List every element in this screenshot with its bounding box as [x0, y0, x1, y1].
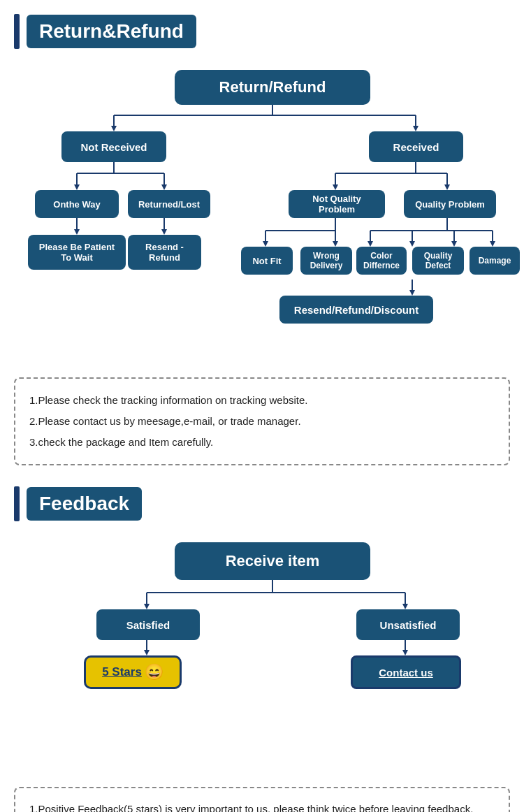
- fb-info-line1: 1.Positive Feedback(5 stars) is very imp…: [29, 799, 495, 812]
- svg-marker-15: [74, 229, 80, 235]
- onthe-way-node: Onthe Way: [35, 190, 119, 218]
- return-refund-info-box: 1.Please check the tracking information …: [14, 377, 510, 465]
- quality-defect-node: Quality Defect: [412, 247, 464, 275]
- feedback-section: Feedback Receive item Satisfied: [14, 486, 510, 812]
- not-fit-node: Not Fit: [241, 247, 293, 275]
- return-refund-header: Return&Refund: [14, 14, 510, 49]
- svg-marker-3: [111, 126, 117, 131]
- svg-marker-28: [263, 241, 268, 247]
- return-refund-title: Return&Refund: [27, 15, 196, 48]
- feedback-section-bar: [14, 486, 20, 521]
- five-stars-node: 5 Stars 😄: [84, 655, 182, 689]
- color-diff-node: Color Differnce: [356, 247, 407, 275]
- svg-marker-56: [402, 650, 408, 655]
- resend-refund-discount-node: Resend/Refund/Discount: [279, 296, 433, 324]
- svg-marker-17: [161, 229, 167, 235]
- svg-marker-40: [451, 241, 457, 247]
- quality-problem-node: Quality Problem: [404, 190, 496, 218]
- damage-node: Damage: [470, 247, 520, 275]
- wrong-delivery-node: Wrong Delivery: [300, 247, 352, 275]
- return-refund-section: Return&Refund: [14, 14, 510, 465]
- svg-marker-43: [490, 241, 495, 247]
- svg-marker-21: [333, 184, 338, 190]
- satisfied-node: Satisfied: [96, 609, 200, 640]
- svg-marker-49: [144, 604, 150, 609]
- patient-wait-node: Please Be Patient To Wait: [28, 235, 126, 270]
- svg-marker-37: [409, 241, 415, 247]
- resend-refund-left-node: Resend - Refund: [128, 235, 201, 270]
- fb-root-node: Receive item: [175, 542, 370, 580]
- svg-marker-34: [367, 241, 373, 247]
- contact-us-node: Contact us: [351, 655, 461, 689]
- not-received-node: Not Received: [61, 131, 166, 162]
- not-quality-problem-node: Not Quality Problem: [289, 190, 385, 218]
- rr-info-line3: 3.check the package and Item carefully.: [29, 432, 495, 453]
- svg-marker-10: [74, 184, 80, 190]
- feedback-info-box: 1.Positive Feedback(5 stars) is very imp…: [14, 787, 510, 812]
- svg-marker-13: [161, 184, 167, 190]
- happy-emoji: 😄: [145, 663, 163, 681]
- returned-lost-node: Returned/Lost: [128, 190, 210, 218]
- received-node: Received: [369, 131, 463, 162]
- svg-marker-30: [333, 241, 338, 247]
- rr-root-node: Return/Refund: [175, 70, 370, 105]
- svg-marker-54: [144, 650, 150, 655]
- svg-marker-6: [413, 126, 419, 131]
- section-bar: [14, 14, 20, 49]
- svg-marker-52: [402, 604, 408, 609]
- unsatisfied-node: Unsatisfied: [356, 609, 460, 640]
- rr-info-line2: 2.Please contact us by meesage,e-mail, o…: [29, 411, 495, 432]
- rr-info-line1: 1.Please check the tracking information …: [29, 390, 495, 411]
- return-refund-flowchart: Return/Refund Not Received Received Onth…: [14, 63, 510, 363]
- svg-marker-24: [444, 184, 450, 190]
- feedback-header: Feedback: [14, 486, 510, 521]
- feedback-title: Feedback: [27, 487, 142, 521]
- svg-marker-45: [409, 290, 415, 296]
- feedback-flowchart: Receive item Satisfied Unsatisfied 5 Sta…: [14, 535, 510, 773]
